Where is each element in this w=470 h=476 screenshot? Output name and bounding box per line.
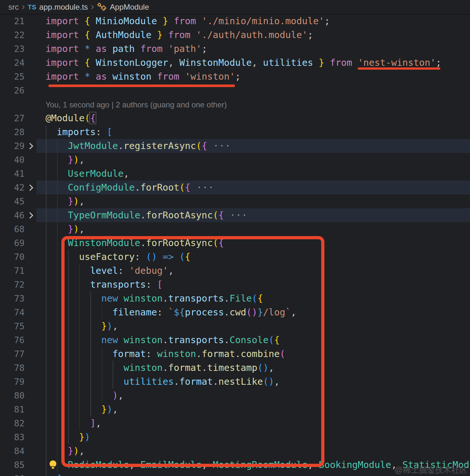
code-line[interactable]: }), xyxy=(36,222,470,236)
code-token: ) xyxy=(269,376,274,387)
indent-guide xyxy=(90,375,91,389)
line-number[interactable]: 46 xyxy=(0,208,25,222)
line-number[interactable]: 74 xyxy=(0,305,25,319)
indent-guide xyxy=(113,361,113,375)
code-line[interactable]: JwtModule.registerAsync({ ··· xyxy=(36,139,470,153)
fold-gutter-space xyxy=(25,153,36,167)
indent-guide xyxy=(79,319,80,333)
code-token xyxy=(46,293,101,304)
code-token: { xyxy=(85,57,96,68)
code-line[interactable]: @Module({ xyxy=(36,111,470,125)
code-token: winston xyxy=(124,334,163,345)
line-number[interactable]: 45 xyxy=(0,194,25,208)
line-number[interactable]: 42 xyxy=(0,181,25,194)
code-token: ) xyxy=(263,362,269,373)
code-line[interactable]: utilities.format.nestLike(), xyxy=(36,375,470,389)
line-number[interactable]: 41 xyxy=(0,167,25,181)
code-line-row: 72 transports: [ xyxy=(0,278,470,292)
breadcrumb-item-src[interactable]: src xyxy=(8,3,19,12)
line-number[interactable]: 72 xyxy=(0,278,25,292)
line-number[interactable]: 75 xyxy=(0,319,25,333)
line-number[interactable]: 40 xyxy=(0,153,25,167)
editor-code-area[interactable]: 21import { MinioModule } from './minio/m… xyxy=(0,14,470,476)
code-line[interactable]: }), xyxy=(36,444,470,458)
code-line[interactable]: filename: `${process.cwd()}/log`, xyxy=(36,305,470,319)
line-number[interactable]: 23 xyxy=(0,42,25,56)
code-line[interactable]: TypeOrmModule.forRootAsync({ ··· xyxy=(36,208,470,222)
code-line[interactable]: }), xyxy=(36,194,470,208)
code-token: } xyxy=(151,29,163,40)
code-line[interactable]: ConfigModule.forRoot({ ··· xyxy=(36,181,470,194)
code-line[interactable]: }) xyxy=(36,430,470,444)
code-token: . xyxy=(163,334,168,345)
code-line[interactable]: useFactory: () => ({ xyxy=(36,250,470,264)
code-token: ( xyxy=(179,182,185,193)
code-line[interactable]: import { WinstonLogger, WinstonModule, u… xyxy=(36,56,470,70)
line-number[interactable]: 24 xyxy=(0,56,25,70)
code-line[interactable]: ], xyxy=(36,416,470,430)
line-number[interactable]: 22 xyxy=(0,28,25,42)
line-number[interactable]: 79 xyxy=(0,375,25,389)
code-token: { xyxy=(85,29,96,40)
code-line[interactable]: new winston.transports.Console({ xyxy=(36,333,470,347)
code-line[interactable]: ), xyxy=(36,389,470,402)
code-line[interactable]: format: winston.format.combine( xyxy=(36,347,470,361)
code-token: } xyxy=(313,57,324,68)
fold-chevron-icon[interactable] xyxy=(25,208,36,222)
line-number[interactable]: 26 xyxy=(0,84,25,97)
line-number[interactable]: 73 xyxy=(0,292,25,305)
indent-guide xyxy=(46,444,46,458)
line-number[interactable]: 76 xyxy=(0,333,25,347)
code-line-row: 29 JwtModule.registerAsync({ ··· xyxy=(0,139,470,153)
code-line[interactable]: level: 'debug', xyxy=(36,264,470,278)
line-number[interactable]: 83 xyxy=(0,430,25,444)
code-line[interactable]: import * as path from 'path'; xyxy=(36,42,470,56)
code-line-row: 28 imports: [ xyxy=(0,125,470,139)
indent-guide xyxy=(46,402,46,416)
code-line[interactable]: import { AuthModule } from './auth/auth.… xyxy=(36,28,470,42)
line-number[interactable]: 68 xyxy=(0,222,25,236)
line-number[interactable]: 86 xyxy=(0,472,25,476)
breadcrumb-item-filename[interactable]: app.module.ts xyxy=(39,3,88,12)
code-line-row: 75 }), xyxy=(0,319,470,333)
line-number[interactable]: 71 xyxy=(0,264,25,278)
code-line[interactable]: import { MinioModule } from './minio/min… xyxy=(36,14,470,28)
fold-chevron-icon[interactable] xyxy=(25,181,36,194)
line-number[interactable]: 69 xyxy=(0,236,25,250)
code-line[interactable]: }), xyxy=(36,402,470,416)
indent-guide xyxy=(46,305,46,319)
code-line[interactable]: winston.format.timestamp(), xyxy=(36,361,470,375)
code-line[interactable] xyxy=(36,84,470,97)
breadcrumb-item-symbol[interactable]: AppModule xyxy=(110,3,149,12)
line-number[interactable]: 80 xyxy=(0,389,25,402)
indent-guide xyxy=(46,333,46,347)
code-token: from xyxy=(324,57,358,68)
code-line[interactable]: }), xyxy=(36,153,470,167)
code-line[interactable]: transports: [ xyxy=(36,278,470,292)
indent-guide xyxy=(57,402,58,416)
line-number[interactable]: 29 xyxy=(0,139,25,153)
line-number[interactable]: 78 xyxy=(0,361,25,375)
fold-chevron-icon[interactable] xyxy=(25,139,36,153)
line-number[interactable]: 84 xyxy=(0,444,25,458)
line-number[interactable]: 21 xyxy=(0,14,25,28)
code-token: registerAsync xyxy=(124,140,196,151)
line-number[interactable]: 85 xyxy=(0,458,25,472)
line-number[interactable]: 70 xyxy=(0,250,25,264)
line-number[interactable]: 77 xyxy=(0,347,25,361)
code-line[interactable]: }), xyxy=(36,319,470,333)
line-number[interactable]: 81 xyxy=(0,402,25,416)
code-line[interactable]: WinstonModule.forRootAsync({ xyxy=(36,236,470,250)
code-line[interactable]: import * as winston from 'winston'; xyxy=(36,70,470,84)
code-line[interactable]: new winston.transports.File({ xyxy=(36,292,470,305)
line-number[interactable]: 28 xyxy=(0,125,25,139)
code-line[interactable]: imports: [ xyxy=(36,125,470,139)
line-number[interactable]: 27 xyxy=(0,111,25,125)
line-number[interactable]: 25 xyxy=(0,70,25,84)
line-number[interactable]: 82 xyxy=(0,416,25,430)
code-token: . xyxy=(140,210,146,221)
code-line-row: 83 }) xyxy=(0,430,470,444)
lightbulb-icon[interactable] xyxy=(48,460,58,472)
code-line[interactable]: UserModule, xyxy=(36,167,470,181)
fold-gutter-space xyxy=(25,319,36,333)
